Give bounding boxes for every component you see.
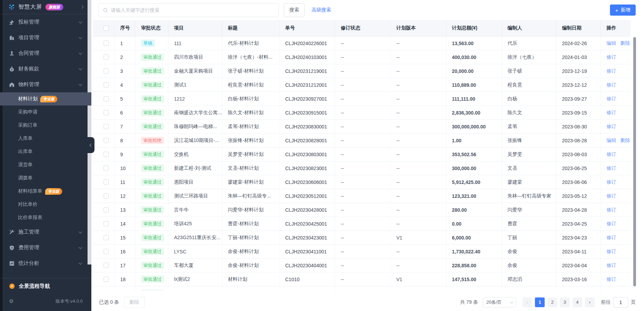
status-badge: 审批通过 (141, 81, 164, 89)
row-checkbox[interactable] (104, 277, 109, 282)
revise-link[interactable]: 修订 (606, 68, 616, 74)
date-cell: 2023-09-15 (556, 106, 601, 120)
sidebar-subitem[interactable]: 入库单 (0, 132, 91, 145)
page-button[interactable]: 2 (547, 297, 557, 307)
revise-link[interactable]: 修订 (606, 235, 616, 241)
vertical-scrollbar-thumb[interactable] (633, 37, 636, 286)
delete-link[interactable]: 删除 (620, 40, 630, 47)
plan-amount-cell: 20,000.00 (446, 64, 502, 78)
search-button[interactable]: 搜索 (284, 3, 305, 17)
row-checkbox[interactable] (104, 110, 109, 115)
sidebar-item[interactable]: 项目管理 (0, 30, 91, 45)
row-checkbox[interactable] (104, 138, 109, 143)
sidebar-subitem[interactable]: 对比单价 (0, 198, 91, 211)
row-checkbox[interactable] (104, 235, 109, 240)
revise-link[interactable]: 修订 (606, 124, 616, 130)
page-button[interactable]: 1 (535, 297, 545, 307)
sidebar-collapse-toggle[interactable] (88, 137, 94, 153)
status-cell: 审批通过 (135, 286, 168, 291)
sidebar-item[interactable]: 统计分析 (0, 255, 91, 271)
author-cell: 程良意 (502, 78, 556, 92)
row-checkbox[interactable] (104, 263, 109, 268)
edit-link[interactable]: 编辑 (606, 137, 616, 144)
status-cell: 审批通过 (135, 78, 168, 92)
revise-link[interactable]: 修订 (606, 249, 616, 255)
page-size-select[interactable]: 20条/页 (483, 297, 516, 308)
sidebar-item[interactable]: 投标管理 (0, 14, 91, 30)
page-button[interactable]: 4 (572, 297, 582, 307)
gear-icon[interactable]: ⚙ (9, 298, 14, 304)
status-badge: 审批通过 (141, 289, 164, 291)
revision-status-cell: -- (335, 36, 391, 50)
add-button[interactable]: + 新增 (610, 5, 636, 16)
row-checkbox[interactable] (104, 193, 109, 199)
row-checkbox[interactable] (104, 249, 109, 254)
delete-link[interactable]: 删除 (620, 137, 630, 144)
status-cell: 审批通过 (135, 120, 168, 134)
revise-link[interactable]: 修订 (606, 165, 616, 171)
revise-link[interactable]: 修订 (606, 54, 616, 60)
row-checkbox[interactable] (104, 96, 109, 101)
sidebar-subitem[interactable]: 采购申请 (0, 106, 91, 119)
row-checkbox[interactable] (104, 54, 109, 60)
revise-link[interactable]: 修订 (606, 110, 616, 116)
next-page-button[interactable]: › (585, 297, 595, 307)
revise-link[interactable]: 修订 (606, 276, 616, 283)
sidebar-item[interactable]: ¥费用管理 (0, 240, 91, 255)
delete-button[interactable]: 删除 (124, 297, 145, 308)
sidebar-subitem[interactable]: 调拨单 (0, 171, 91, 185)
table-row: 3审批通过金融大厦采购项目张子硕-材料计划CLJH20231219001----… (93, 64, 630, 78)
row-checkbox[interactable] (104, 221, 109, 226)
order-number-cell: CLJH20231212001 (280, 78, 335, 92)
actions-cell: 修订 (601, 175, 630, 189)
goto-page-input[interactable] (613, 297, 628, 308)
date-cell: 2023-08-03 (556, 148, 601, 161)
sidebar-subitem[interactable]: 采购订单 (0, 119, 91, 132)
sidebar-subitem[interactable]: 材料计划专业版 (0, 92, 91, 106)
date-cell: 2023-04-11 (556, 245, 601, 259)
sidebar-item[interactable]: 施工管理 (0, 224, 91, 240)
author-cell: 张子硕 (502, 64, 556, 78)
search-input[interactable] (111, 7, 274, 13)
row-checkbox-cell (93, 50, 115, 64)
select-all-checkbox[interactable] (104, 26, 109, 31)
edit-link[interactable]: 编辑 (606, 40, 616, 47)
revise-link[interactable]: 修订 (606, 207, 616, 213)
revise-link[interactable]: 修订 (606, 221, 616, 227)
row-number-cell: 7 (115, 120, 135, 134)
row-checkbox[interactable] (104, 82, 109, 87)
sidebar-item-smart-screen[interactable]: 智慧大屏 旗舰版 (0, 0, 91, 14)
row-number-cell: 8 (115, 134, 135, 148)
status-badge: 审批通过 (141, 165, 164, 172)
row-checkbox[interactable] (104, 179, 109, 185)
advanced-search-link[interactable]: 高级搜索 (312, 7, 331, 13)
revise-link[interactable]: 修订 (606, 82, 616, 88)
sidebar-subitem[interactable]: 比价单报表 (0, 211, 91, 224)
sidebar-item-panorama-navigation[interactable]: 全景流程导航 (0, 278, 91, 294)
sidebar-item[interactable]: ¥财务账款 (0, 61, 91, 77)
plan-version-cell: -- (391, 134, 446, 148)
page-button[interactable]: 3 (560, 297, 570, 307)
row-checkbox[interactable] (104, 68, 109, 74)
sidebar-subitem[interactable]: 出库单 (0, 145, 91, 158)
prev-page-button[interactable]: ‹ (522, 297, 532, 307)
row-checkbox[interactable] (104, 41, 109, 46)
author-cell: 闫爱华 (502, 203, 556, 217)
revise-link[interactable]: 修订 (606, 193, 616, 199)
table-row: 8审批拒绝滨江花城10期项目-...张振锋-材料计划CLJH2023082800… (93, 134, 630, 148)
project-cell: 滨江花城10期项目-... (168, 134, 222, 148)
row-checkbox[interactable] (104, 152, 109, 157)
sidebar-subitem[interactable]: 材料结算单专业版 (0, 185, 91, 198)
plan-version-cell: -- (391, 64, 446, 78)
sidebar-item[interactable]: 合同管理 (0, 45, 91, 61)
add-button-label: 新增 (621, 7, 630, 13)
sidebar-subitem[interactable]: 退货单 (0, 158, 91, 171)
row-checkbox[interactable] (104, 166, 109, 171)
revise-link[interactable]: 修订 (606, 151, 616, 158)
revise-link[interactable]: 修订 (606, 96, 616, 102)
row-checkbox[interactable] (104, 207, 109, 212)
sidebar-item[interactable]: 物料管理 (0, 77, 91, 92)
revise-link[interactable]: 修订 (606, 179, 616, 185)
revise-link[interactable]: 修订 (606, 262, 616, 269)
row-checkbox[interactable] (104, 124, 109, 129)
